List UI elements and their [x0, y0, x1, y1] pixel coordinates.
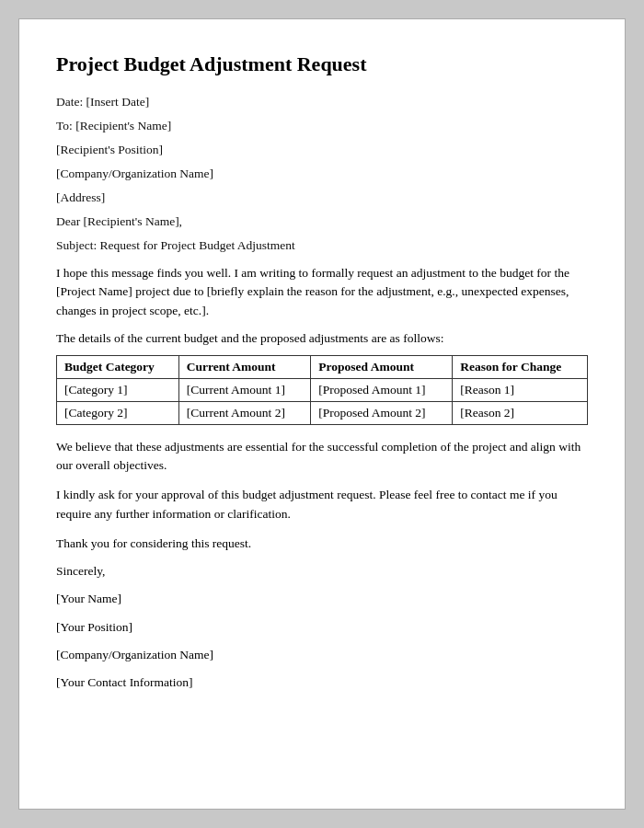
subject-line: Subject: Request for Project Budget Adju…: [56, 238, 588, 253]
col-current-amount: Current Amount: [178, 355, 311, 378]
date-line: Date: [Insert Date]: [56, 95, 588, 109]
document-container: Project Budget Adjustment Request Date: …: [18, 18, 626, 810]
row1-proposed-amount: [Proposed Amount 1]: [311, 378, 453, 401]
salutation: Dear [Recipient's Name],: [56, 214, 588, 229]
closing: Sincerely,: [56, 562, 588, 581]
your-name: [Your Name]: [56, 590, 588, 608]
row2-current-amount: [Current Amount 2]: [178, 401, 311, 424]
table-intro: The details of the current budget and th…: [56, 331, 588, 346]
row2-reason: [Reason 2]: [453, 401, 588, 424]
to-line: To: [Recipient's Name]: [56, 119, 588, 133]
table-row: [Category 2] [Current Amount 2] [Propose…: [57, 401, 588, 424]
col-budget-category: Budget Category: [57, 355, 179, 378]
your-company: [Company/Organization Name]: [56, 646, 588, 664]
recipient-position: [Recipient's Position]: [56, 143, 588, 157]
body-paragraph-3: We believe that these adjustments are es…: [56, 438, 588, 476]
address: [Address]: [56, 190, 588, 205]
closing-section: Thank you for considering this request. …: [56, 535, 588, 693]
col-proposed-amount: Proposed Amount: [311, 355, 453, 378]
body-paragraph-4: I kindly ask for your approval of this b…: [56, 486, 588, 523]
your-contact: [Your Contact Information]: [56, 673, 588, 692]
row1-reason: [Reason 1]: [453, 378, 588, 401]
signature-block: [Your Name] [Your Position] [Company/Org…: [56, 590, 588, 692]
table-header-row: Budget Category Current Amount Proposed …: [57, 355, 588, 378]
budget-table: Budget Category Current Amount Proposed …: [56, 355, 588, 425]
row1-category: [Category 1]: [57, 378, 179, 401]
your-position: [Your Position]: [56, 618, 588, 637]
thank-you: Thank you for considering this request.: [56, 535, 588, 553]
table-row: [Category 1] [Current Amount 1] [Propose…: [57, 378, 588, 401]
body-paragraph-1: I hope this message finds you well. I am…: [56, 264, 588, 320]
col-reason-for-change: Reason for Change: [453, 355, 588, 378]
row2-category: [Category 2]: [57, 401, 179, 424]
document-title: Project Budget Adjustment Request: [56, 52, 588, 76]
row2-proposed-amount: [Proposed Amount 2]: [311, 401, 453, 424]
row1-current-amount: [Current Amount 1]: [178, 378, 311, 401]
company-name: [Company/Organization Name]: [56, 167, 588, 181]
